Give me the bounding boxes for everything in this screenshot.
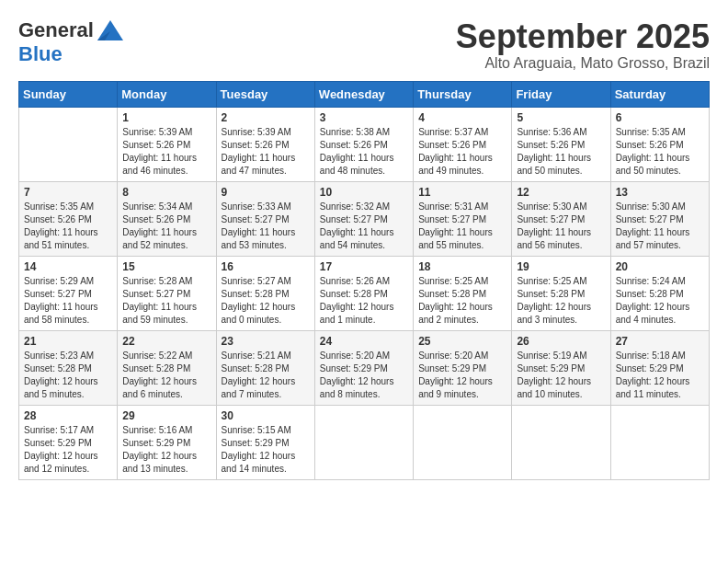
calendar-day-cell: 25Sunrise: 5:20 AM Sunset: 5:29 PM Dayli… [414, 330, 512, 405]
calendar-day-cell: 18Sunrise: 5:25 AM Sunset: 5:28 PM Dayli… [414, 256, 512, 330]
day-info: Sunrise: 5:23 AM Sunset: 5:28 PM Dayligh… [24, 350, 112, 401]
day-number: 24 [320, 335, 408, 348]
day-number: 20 [616, 260, 704, 273]
calendar-empty-cell [414, 405, 512, 479]
calendar-day-cell: 17Sunrise: 5:26 AM Sunset: 5:28 PM Dayli… [314, 256, 413, 330]
day-number: 13 [616, 186, 704, 199]
calendar-day-cell: 10Sunrise: 5:32 AM Sunset: 5:27 PM Dayli… [314, 181, 413, 256]
day-header-wednesday: Wednesday [314, 81, 413, 107]
calendar-day-cell: 22Sunrise: 5:22 AM Sunset: 5:28 PM Dayli… [118, 330, 216, 405]
day-header-sunday: Sunday [19, 81, 118, 107]
svg-marker-0 [97, 20, 123, 40]
day-info: Sunrise: 5:36 AM Sunset: 5:26 PM Dayligh… [517, 126, 605, 178]
day-number: 7 [24, 186, 112, 199]
calendar-week-row: 7Sunrise: 5:35 AM Sunset: 5:26 PM Daylig… [19, 181, 710, 256]
day-info: Sunrise: 5:26 AM Sunset: 5:28 PM Dayligh… [320, 275, 408, 327]
day-info: Sunrise: 5:32 AM Sunset: 5:27 PM Dayligh… [320, 201, 408, 252]
day-number: 29 [122, 409, 210, 422]
calendar-day-cell: 21Sunrise: 5:23 AM Sunset: 5:28 PM Dayli… [19, 330, 118, 405]
day-number: 2 [222, 111, 310, 124]
day-number: 6 [616, 111, 704, 124]
day-number: 25 [418, 335, 506, 348]
day-number: 9 [222, 186, 310, 199]
day-info: Sunrise: 5:22 AM Sunset: 5:28 PM Dayligh… [122, 350, 210, 401]
calendar-week-row: 14Sunrise: 5:29 AM Sunset: 5:27 PM Dayli… [19, 256, 710, 330]
calendar-day-cell: 29Sunrise: 5:16 AM Sunset: 5:29 PM Dayli… [118, 405, 216, 479]
day-number: 23 [222, 335, 310, 348]
calendar-day-cell: 11Sunrise: 5:31 AM Sunset: 5:27 PM Dayli… [414, 181, 512, 256]
calendar-day-cell: 20Sunrise: 5:24 AM Sunset: 5:28 PM Dayli… [610, 256, 709, 330]
day-header-saturday: Saturday [610, 81, 709, 107]
calendar-day-cell: 15Sunrise: 5:28 AM Sunset: 5:27 PM Dayli… [118, 256, 216, 330]
calendar-day-cell: 24Sunrise: 5:20 AM Sunset: 5:29 PM Dayli… [314, 330, 413, 405]
calendar-day-cell: 4Sunrise: 5:37 AM Sunset: 5:26 PM Daylig… [414, 107, 512, 181]
day-number: 1 [122, 111, 210, 124]
calendar-day-cell: 7Sunrise: 5:35 AM Sunset: 5:26 PM Daylig… [19, 181, 118, 256]
day-info: Sunrise: 5:28 AM Sunset: 5:27 PM Dayligh… [122, 275, 210, 327]
day-info: Sunrise: 5:18 AM Sunset: 5:29 PM Dayligh… [616, 350, 704, 401]
month-title: September 2025 [456, 18, 710, 55]
calendar-week-row: 28Sunrise: 5:17 AM Sunset: 5:29 PM Dayli… [19, 405, 710, 479]
calendar-day-cell: 27Sunrise: 5:18 AM Sunset: 5:29 PM Dayli… [610, 330, 709, 405]
day-info: Sunrise: 5:31 AM Sunset: 5:27 PM Dayligh… [418, 201, 506, 252]
day-info: Sunrise: 5:29 AM Sunset: 5:27 PM Dayligh… [24, 275, 112, 327]
day-info: Sunrise: 5:19 AM Sunset: 5:29 PM Dayligh… [517, 350, 605, 401]
logo: General Blue [18, 18, 123, 66]
day-info: Sunrise: 5:27 AM Sunset: 5:28 PM Dayligh… [222, 275, 310, 327]
day-info: Sunrise: 5:15 AM Sunset: 5:29 PM Dayligh… [222, 424, 310, 476]
calendar-day-cell: 1Sunrise: 5:39 AM Sunset: 5:26 PM Daylig… [118, 107, 216, 181]
calendar-week-row: 21Sunrise: 5:23 AM Sunset: 5:28 PM Dayli… [19, 330, 710, 405]
calendar-day-cell: 26Sunrise: 5:19 AM Sunset: 5:29 PM Dayli… [512, 330, 610, 405]
day-info: Sunrise: 5:25 AM Sunset: 5:28 PM Dayligh… [517, 275, 605, 327]
logo-blue-text: Blue [18, 42, 63, 65]
calendar-day-cell: 13Sunrise: 5:30 AM Sunset: 5:27 PM Dayli… [610, 181, 709, 256]
calendar-day-cell: 19Sunrise: 5:25 AM Sunset: 5:28 PM Dayli… [512, 256, 610, 330]
day-info: Sunrise: 5:25 AM Sunset: 5:28 PM Dayligh… [418, 275, 506, 327]
day-info: Sunrise: 5:16 AM Sunset: 5:29 PM Dayligh… [122, 424, 210, 476]
day-info: Sunrise: 5:21 AM Sunset: 5:28 PM Dayligh… [222, 350, 310, 401]
calendar-empty-cell [19, 107, 118, 181]
day-info: Sunrise: 5:20 AM Sunset: 5:29 PM Dayligh… [418, 350, 506, 401]
day-number: 3 [320, 111, 408, 124]
day-number: 28 [24, 409, 112, 422]
calendar-day-cell: 6Sunrise: 5:35 AM Sunset: 5:26 PM Daylig… [610, 107, 709, 181]
day-info: Sunrise: 5:17 AM Sunset: 5:29 PM Dayligh… [24, 424, 112, 476]
day-number: 19 [517, 260, 605, 273]
logo-icon [97, 20, 123, 40]
day-number: 27 [616, 335, 704, 348]
day-number: 30 [222, 409, 310, 422]
calendar-day-cell: 5Sunrise: 5:36 AM Sunset: 5:26 PM Daylig… [512, 107, 610, 181]
calendar-empty-cell [314, 405, 413, 479]
calendar-day-cell: 14Sunrise: 5:29 AM Sunset: 5:27 PM Dayli… [19, 256, 118, 330]
calendar-header-row: SundayMondayTuesdayWednesdayThursdayFrid… [19, 81, 710, 107]
day-info: Sunrise: 5:20 AM Sunset: 5:29 PM Dayligh… [320, 350, 408, 401]
day-info: Sunrise: 5:33 AM Sunset: 5:27 PM Dayligh… [222, 201, 310, 252]
calendar-day-cell: 8Sunrise: 5:34 AM Sunset: 5:26 PM Daylig… [118, 181, 216, 256]
day-number: 17 [320, 260, 408, 273]
day-info: Sunrise: 5:39 AM Sunset: 5:26 PM Dayligh… [122, 126, 210, 178]
day-number: 8 [122, 186, 210, 199]
day-number: 15 [122, 260, 210, 273]
calendar-day-cell: 30Sunrise: 5:15 AM Sunset: 5:29 PM Dayli… [216, 405, 314, 479]
day-number: 16 [222, 260, 310, 273]
title-section: September 2025 Alto Araguaia, Mato Gross… [456, 18, 710, 72]
calendar-day-cell: 16Sunrise: 5:27 AM Sunset: 5:28 PM Dayli… [216, 256, 314, 330]
calendar-empty-cell [512, 405, 610, 479]
day-number: 14 [24, 260, 112, 273]
calendar-week-row: 1Sunrise: 5:39 AM Sunset: 5:26 PM Daylig… [19, 107, 710, 181]
day-number: 18 [418, 260, 506, 273]
day-info: Sunrise: 5:30 AM Sunset: 5:27 PM Dayligh… [517, 201, 605, 252]
day-info: Sunrise: 5:38 AM Sunset: 5:26 PM Dayligh… [320, 126, 408, 178]
day-number: 10 [320, 186, 408, 199]
day-info: Sunrise: 5:34 AM Sunset: 5:26 PM Dayligh… [122, 201, 210, 252]
day-info: Sunrise: 5:24 AM Sunset: 5:28 PM Dayligh… [616, 275, 704, 327]
day-info: Sunrise: 5:35 AM Sunset: 5:26 PM Dayligh… [24, 201, 112, 252]
day-info: Sunrise: 5:39 AM Sunset: 5:26 PM Dayligh… [222, 126, 310, 178]
day-number: 22 [122, 335, 210, 348]
logo-general-text: General [18, 18, 94, 42]
day-header-monday: Monday [118, 81, 216, 107]
calendar-day-cell: 23Sunrise: 5:21 AM Sunset: 5:28 PM Dayli… [216, 330, 314, 405]
calendar-day-cell: 3Sunrise: 5:38 AM Sunset: 5:26 PM Daylig… [314, 107, 413, 181]
day-info: Sunrise: 5:30 AM Sunset: 5:27 PM Dayligh… [616, 201, 704, 252]
day-number: 21 [24, 335, 112, 348]
